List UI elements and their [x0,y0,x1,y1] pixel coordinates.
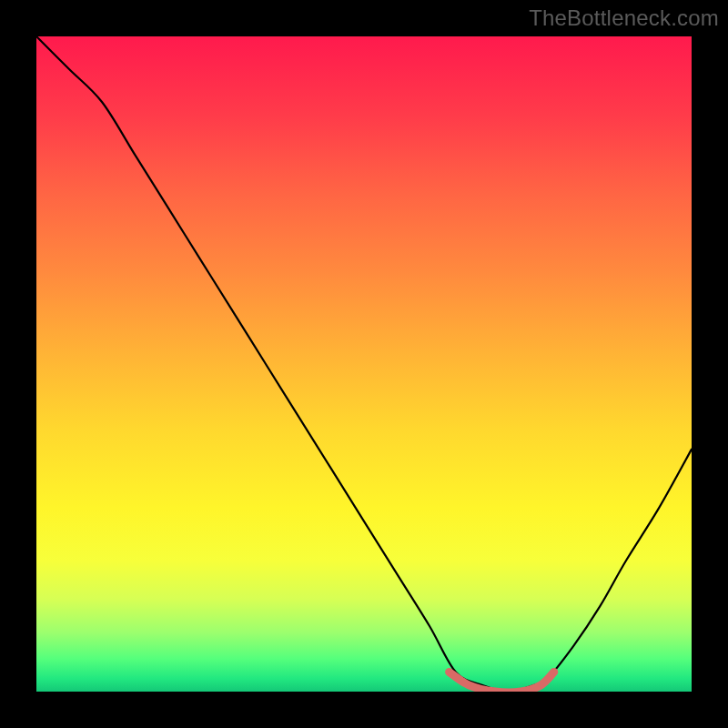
bottleneck-curve [36,36,692,692]
valley-highlight [450,672,554,692]
chart-frame: TheBottleneck.com [0,0,728,728]
curve-svg [36,36,692,692]
plot-area [36,36,692,692]
watermark-text: TheBottleneck.com [529,5,719,31]
